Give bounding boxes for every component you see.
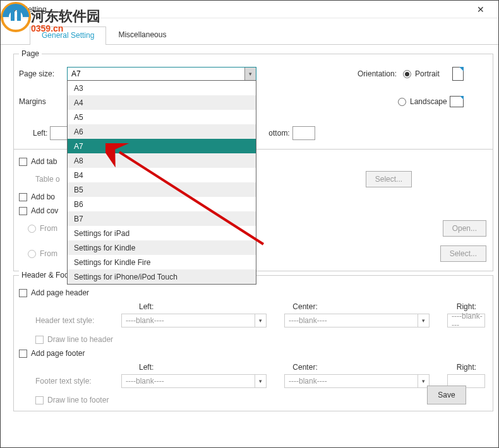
page-size-select[interactable]: A7 ▾ A3 A4 A5 A6 A7 A8 B4 B5 B6 B7 Setti… (67, 67, 256, 81)
page-size-option[interactable]: B5 (68, 182, 256, 197)
from-radio-2[interactable]: From (28, 249, 57, 258)
hf-header-column-labels: Left: Center: Right: (139, 302, 488, 311)
page-size-value: A7 (71, 69, 81, 78)
landscape-icon (450, 96, 464, 107)
title-bar: PDF Setting ✕ (1, 1, 498, 18)
chevron-down-icon[interactable]: ▾ (244, 68, 256, 80)
add-page-footer-checkbox[interactable]: Add page footer (19, 349, 488, 358)
page-group: Page Page size: A7 ▾ A3 A4 A5 A6 A7 A8 B… (13, 54, 493, 150)
portrait-text: Portrait (415, 69, 440, 78)
window-title: PDF Setting (6, 5, 47, 14)
orientation-portrait-radio[interactable]: Portrait (403, 69, 440, 78)
chevron-down-icon: ▾ (255, 314, 266, 327)
landscape-text: Landscape (410, 97, 447, 106)
select-button[interactable]: Select... (366, 171, 412, 187)
page-size-option[interactable]: A5 (68, 110, 256, 124)
header-style-label: Header text style: (35, 316, 104, 325)
page-size-option[interactable]: A3 (68, 81, 256, 95)
header-left-select[interactable]: ----blank----▾ (121, 314, 267, 327)
header-center-select[interactable]: ----blank----▾ (284, 314, 430, 327)
page-size-option[interactable]: B6 (68, 197, 256, 211)
page-size-option[interactable]: Settings for Kindle Fire (68, 255, 256, 269)
portrait-icon (452, 67, 464, 81)
page-size-option[interactable]: A4 (68, 95, 256, 110)
orientation-landscape-radio[interactable]: Landscape (398, 97, 447, 106)
page-size-option[interactable]: B7 (68, 211, 256, 226)
table-sub-label: Table o (35, 175, 60, 184)
close-icon[interactable]: ✕ (468, 4, 493, 15)
margin-bottom-label: ottom: (268, 129, 289, 138)
draw-line-footer-checkbox[interactable]: Draw line to footer (35, 396, 488, 404)
header-footer-group: Header & Footer Add page header Left: Ce… (13, 275, 493, 411)
page-size-option[interactable]: Settings for iPhone/iPod Touch (68, 269, 256, 284)
from-radio-1[interactable]: From (28, 224, 57, 233)
hf-footer-column-labels: Left: Center: Right: (139, 363, 488, 372)
page-size-option[interactable]: Settings for iPad (68, 226, 256, 240)
add-page-header-checkbox[interactable]: Add page header (19, 288, 488, 297)
page-size-dropdown: A3 A4 A5 A6 A7 A8 B4 B5 B6 B7 Settings f… (67, 80, 256, 285)
tab-miscellaneous[interactable]: Miscellaneous (106, 26, 178, 44)
chevron-down-icon: ▾ (255, 375, 266, 387)
chevron-down-icon: ▾ (418, 314, 429, 327)
select-button-2[interactable]: Select... (440, 245, 486, 262)
page-size-option[interactable]: B4 (68, 168, 256, 182)
header-right-select[interactable]: ----blank---- (447, 314, 485, 327)
page-group-title: Page (19, 49, 42, 58)
open-button[interactable]: Open... (443, 220, 486, 237)
footer-left-select[interactable]: ----blank----▾ (121, 374, 267, 388)
footer-style-label: Footer text style: (35, 377, 104, 386)
page-size-option[interactable]: A7 (68, 139, 256, 153)
footer-center-select[interactable]: ----blank----▾ (284, 374, 430, 388)
save-button[interactable]: Save (427, 386, 466, 404)
page-size-option[interactable]: A8 (68, 153, 256, 168)
draw-line-header-checkbox[interactable]: Draw line to header (35, 335, 488, 344)
margin-left-label: Left: (33, 129, 47, 138)
tab-bar: General Setting Miscellaneous (1, 26, 498, 45)
margin-bottom-input[interactable] (292, 126, 315, 140)
margins-label: Margins (19, 97, 46, 106)
orientation-label: Orientation: (358, 69, 397, 78)
page-size-label: Page size: (19, 69, 61, 78)
tab-general-setting[interactable]: General Setting (30, 27, 106, 45)
page-size-option[interactable]: Settings for Kindle (68, 240, 256, 255)
page-size-option[interactable]: A6 (68, 124, 256, 139)
